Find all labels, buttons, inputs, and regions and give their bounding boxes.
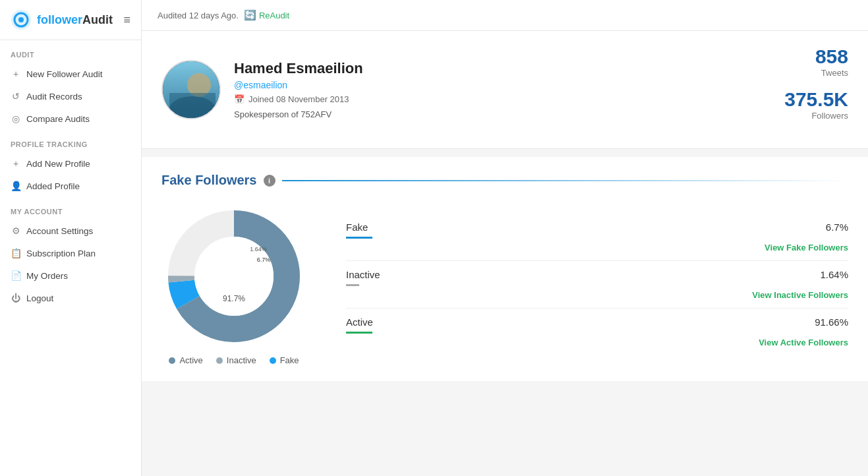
history-icon: ↺ <box>11 91 21 102</box>
sidebar-item-audit-records[interactable]: ↺ Audit Records <box>0 85 141 107</box>
svg-text:6.7%: 6.7% <box>257 256 271 263</box>
chart-legend: Active Inactive Fake <box>169 355 299 365</box>
view-fake-link[interactable]: View Fake Followers <box>346 243 848 253</box>
view-inactive-link[interactable]: View Inactive Followers <box>346 290 848 300</box>
plus-icon: + <box>11 69 21 79</box>
stat-row-fake: Fake 6.7% View Fake Followers <box>346 214 848 261</box>
active-bar <box>346 332 372 334</box>
chart-and-legend: 91.7% 1.64% 6.7% Active Inactive <box>161 204 306 365</box>
sidebar-item-subscription-plan[interactable]: 📋 Subscription Plan <box>0 242 141 264</box>
profile-name: Hamed Esmaeilion <box>234 60 784 77</box>
active-label: Active <box>346 316 373 328</box>
svg-rect-6 <box>169 93 216 119</box>
logo-text: followerAudit <box>37 13 113 27</box>
sidebar-item-logout[interactable]: ⏻ Logout <box>0 287 141 309</box>
info-icon[interactable]: i <box>264 175 275 187</box>
active-value: 91.66% <box>815 316 848 328</box>
stat-row-inactive: Inactive 1.64% View Inactive Followers <box>346 261 848 309</box>
sidebar-item-label: Added Profile <box>26 181 80 191</box>
sidebar-item-my-orders[interactable]: 📄 My Orders <box>0 264 141 287</box>
profile-joined: 📅 Joined 08 November 2013 <box>234 94 784 104</box>
calendar-icon: 📅 <box>234 94 245 104</box>
avatar <box>161 60 221 119</box>
stat-row-fake-header: Fake 6.7% <box>346 222 848 233</box>
followers-count: 375.5K <box>784 90 848 109</box>
tweets-label: Tweets <box>784 68 848 78</box>
reaudit-link[interactable]: 🔄 ReAudit <box>244 9 289 21</box>
stat-row-active: Active 91.66% View Active Followers <box>346 309 848 355</box>
main-content: Audited 12 days Ago. 🔄 ReAudit <box>142 0 868 476</box>
logout-icon: ⏻ <box>11 293 21 303</box>
sidebar-item-account-settings[interactable]: ⚙ Account Settings <box>0 220 141 242</box>
view-active-link[interactable]: View Active Followers <box>346 338 848 347</box>
profile-stats: 858 Tweets 375.5K Followers <box>784 47 848 133</box>
sidebar: followerAudit ≡ AUDIT + New Follower Aud… <box>0 0 142 476</box>
followers-label: Followers <box>784 111 848 121</box>
audited-text: Audited 12 days Ago. <box>158 11 239 20</box>
inactive-value: 1.64% <box>820 269 848 280</box>
sidebar-item-label: Logout <box>26 293 53 303</box>
account-section-label: MY ACCOUNT <box>0 197 141 220</box>
section-header: Fake Followers i <box>161 173 848 188</box>
stats-panel: Fake 6.7% View Fake Followers Inactive 1… <box>333 214 848 355</box>
logo-icon <box>11 9 32 30</box>
sidebar-item-label: Compare Audits <box>26 114 90 124</box>
sidebar-item-label: New Follower Audit <box>26 69 103 79</box>
legend-dot-active <box>169 357 175 364</box>
legend-dot-fake <box>270 357 276 364</box>
reaudit-label: ReAudit <box>259 11 289 20</box>
legend-label-inactive: Inactive <box>227 355 256 365</box>
sidebar-item-compare-audits[interactable]: ◎ Compare Audits <box>0 107 141 130</box>
section-title: Fake Followers <box>161 173 257 188</box>
profile-section-label: PROFILE TRACKING <box>0 130 141 152</box>
legend-label-active: Active <box>179 355 202 365</box>
profile-card: Hamed Esmaeilion @esmaeilion 📅 Joined 08… <box>142 31 868 149</box>
hamburger-menu[interactable]: ≡ <box>123 13 130 27</box>
inactive-label: Inactive <box>346 269 380 280</box>
stat-row-inactive-header: Inactive 1.64% <box>346 269 848 280</box>
fake-value: 6.7% <box>826 222 848 233</box>
profile-handle: @esmaeilion <box>234 80 784 90</box>
avatar-image <box>163 60 219 119</box>
sidebar-item-label: My Orders <box>26 271 68 281</box>
svg-text:1.64%: 1.64% <box>250 246 267 253</box>
legend-dot-inactive <box>216 357 223 364</box>
plus-icon: + <box>11 158 21 169</box>
legend-item-fake: Fake <box>270 355 299 365</box>
chart-stats-container: 91.7% 1.64% 6.7% Active Inactive <box>161 204 848 365</box>
profile-info: Hamed Esmaeilion @esmaeilion 📅 Joined 08… <box>234 60 784 119</box>
sidebar-item-new-follower-audit[interactable]: + New Follower Audit <box>0 63 141 85</box>
joined-date: Joined 08 November 2013 <box>248 94 349 104</box>
orders-icon: 📄 <box>11 270 21 281</box>
fake-bar <box>346 237 372 239</box>
sidebar-item-label: Add New Profile <box>26 159 90 169</box>
audit-section-label: AUDIT <box>0 40 141 63</box>
donut-chart-container: 91.7% 1.64% 6.7% <box>161 204 306 349</box>
top-bar: Audited 12 days Ago. 🔄 ReAudit <box>142 0 868 31</box>
subscription-icon: 📋 <box>11 248 21 258</box>
stat-row-active-header: Active 91.66% <box>346 316 848 328</box>
legend-item-inactive: Inactive <box>216 355 256 365</box>
section-divider <box>282 180 849 181</box>
legend-label-fake: Fake <box>280 355 299 365</box>
tweets-count: 858 <box>784 47 848 67</box>
settings-icon: ⚙ <box>11 225 21 236</box>
legend-item-active: Active <box>169 355 202 365</box>
inactive-bar <box>346 284 359 286</box>
logo-container: followerAudit ≡ <box>0 0 141 40</box>
svg-point-2 <box>18 17 24 22</box>
profile-bio: Spokesperson of 752AFV <box>234 109 784 119</box>
fake-followers-section: Fake Followers i <box>142 157 868 381</box>
sidebar-item-added-profile[interactable]: 👤 Added Profile <box>0 175 141 197</box>
sidebar-item-add-new-profile[interactable]: + Add New Profile <box>0 152 141 175</box>
sidebar-item-label: Subscription Plan <box>26 249 96 258</box>
svg-text:91.7%: 91.7% <box>223 294 245 303</box>
compare-icon: ◎ <box>11 113 21 124</box>
fake-label: Fake <box>346 222 368 233</box>
donut-chart: 91.7% 1.64% 6.7% <box>161 204 306 349</box>
refresh-icon: 🔄 <box>244 9 256 21</box>
user-icon: 👤 <box>11 181 21 191</box>
sidebar-item-label: Account Settings <box>26 226 93 236</box>
sidebar-item-label: Audit Records <box>26 92 82 102</box>
